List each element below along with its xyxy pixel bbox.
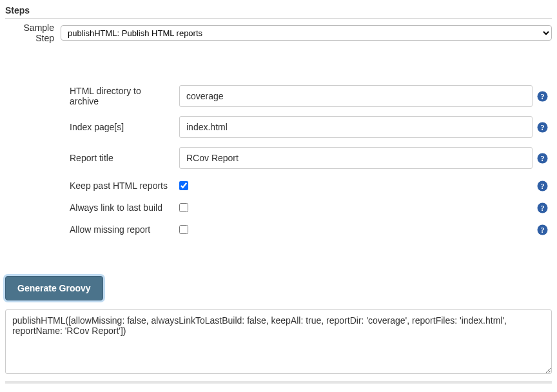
allow-missing-row: Allow missing report ? (5, 222, 552, 237)
always-link-label: Always link to last build (5, 202, 179, 213)
always-link-checkbox[interactable] (179, 203, 188, 212)
svg-text:?: ? (540, 203, 544, 212)
allow-missing-label: Allow missing report (5, 224, 179, 235)
sample-step-row: Sample Step publishHTML: Publish HTML re… (5, 23, 552, 43)
html-dir-input[interactable] (179, 85, 533, 107)
svg-text:?: ? (540, 122, 544, 132)
help-icon[interactable]: ? (537, 181, 548, 191)
always-link-row: Always link to last build ? (5, 200, 552, 215)
keep-past-checkbox[interactable] (179, 181, 188, 190)
divider (5, 18, 552, 19)
svg-text:?: ? (540, 181, 544, 190)
report-title-input[interactable] (179, 147, 533, 169)
keep-past-label: Keep past HTML reports (5, 181, 179, 191)
report-title-row: Report title ? (5, 147, 552, 169)
index-pages-input[interactable] (179, 116, 533, 138)
groovy-output[interactable] (5, 309, 552, 374)
index-pages-row: Index page[s] ? (5, 116, 552, 138)
report-title-label: Report title (5, 153, 179, 163)
svg-text:?: ? (540, 153, 544, 162)
keep-past-row: Keep past HTML reports ? (5, 178, 552, 193)
html-dir-label: HTML directory to archive (5, 86, 179, 106)
footer-bar (5, 381, 552, 384)
help-icon[interactable]: ? (537, 122, 548, 133)
html-dir-row: HTML directory to archive ? (5, 85, 552, 107)
help-icon[interactable]: ? (537, 153, 548, 164)
sample-step-label: Sample Step (5, 23, 61, 43)
help-icon[interactable]: ? (537, 202, 548, 213)
help-icon[interactable]: ? (537, 91, 548, 102)
section-title: Steps (5, 4, 552, 18)
generate-groovy-button[interactable]: Generate Groovy (5, 276, 103, 300)
help-icon[interactable]: ? (537, 224, 548, 235)
svg-text:?: ? (540, 92, 544, 101)
allow-missing-checkbox[interactable] (179, 225, 188, 234)
svg-text:?: ? (540, 225, 544, 234)
index-pages-label: Index page[s] (5, 122, 179, 132)
sample-step-select[interactable]: publishHTML: Publish HTML reports (61, 25, 552, 41)
